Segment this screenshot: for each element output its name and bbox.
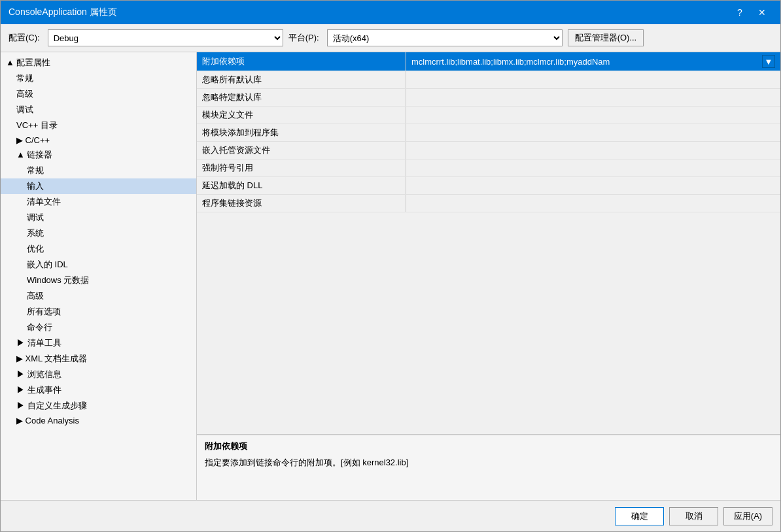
tree-item-advanced[interactable]: 高级 bbox=[1, 86, 196, 102]
property-row-add-to-assembly[interactable]: 将模块添加到程序集 bbox=[197, 124, 780, 142]
property-name-add-to-assembly: 将模块添加到程序集 bbox=[197, 124, 406, 141]
ok-button[interactable]: 确定 bbox=[615, 507, 664, 525]
description-text: 指定要添加到链接命令行的附加项。[例如 kernel32.lib] bbox=[205, 456, 772, 469]
tree-item-linker-adv[interactable]: 高级 bbox=[1, 288, 196, 304]
property-row-assembly-link[interactable]: 程序集链接资源 bbox=[197, 195, 780, 212]
tree-item-custom-build[interactable]: ▶ 自定义生成步骤 bbox=[1, 398, 196, 414]
help-button[interactable]: ? bbox=[729, 3, 750, 22]
tree-item-browse-info[interactable]: ▶ 浏览信息 bbox=[1, 367, 196, 382]
tree-item-general[interactable]: 常规 bbox=[1, 71, 196, 86]
tree-item-linker-manifest[interactable]: 清单文件 bbox=[1, 194, 196, 210]
platform-select[interactable]: 活动(x64) bbox=[327, 29, 563, 46]
config-label: 配置(C): bbox=[9, 32, 40, 44]
cancel-button[interactable]: 取消 bbox=[669, 507, 718, 525]
tree-item-manifest-tools[interactable]: ▶ 清单工具 bbox=[1, 335, 196, 351]
property-name-ignore-all-defaults: 忽略所有默认库 bbox=[197, 71, 406, 88]
property-row-delay-load[interactable]: 延迟加载的 DLL bbox=[197, 177, 780, 195]
tree-item-linker-cmdline[interactable]: 命令行 bbox=[1, 320, 196, 335]
apply-button[interactable]: 应用(A) bbox=[723, 507, 772, 525]
property-name-module-def: 模块定义文件 bbox=[197, 107, 406, 124]
property-name-add-deps: 附加依赖项 bbox=[197, 52, 406, 71]
property-row-ignore-specific[interactable]: 忽略特定默认库 bbox=[197, 89, 780, 107]
description-title: 附加依赖项 bbox=[205, 441, 772, 452]
selected-property-value-text: mclmcrrt.lib;libmat.lib;libmx.lib;mclmcr… bbox=[411, 57, 610, 67]
property-value-ignore-all-defaults bbox=[406, 71, 780, 88]
platform-label: 平台(P): bbox=[288, 32, 319, 44]
tree-item-linker-debug[interactable]: 调试 bbox=[1, 210, 196, 225]
property-row-embed-managed[interactable]: 嵌入托管资源文件 bbox=[197, 142, 780, 159]
config-manager-button[interactable]: 配置管理器(O)... bbox=[568, 29, 644, 46]
tree-item-root[interactable]: ▲ 配置属性 bbox=[1, 55, 196, 71]
tree-item-linker-win-meta[interactable]: Windows 元数据 bbox=[1, 273, 196, 288]
property-value-module-def bbox=[406, 107, 780, 124]
property-value-ignore-specific bbox=[406, 89, 780, 106]
tree-item-linker-input[interactable]: 输入 bbox=[1, 178, 196, 194]
dialog-title: ConsoleApplication 属性页 bbox=[9, 7, 729, 18]
property-name-ignore-specific: 忽略特定默认库 bbox=[197, 89, 406, 106]
property-name-force-sym-ref: 强制符号引用 bbox=[197, 159, 406, 176]
bottom-bar: 确定 取消 应用(A) bbox=[1, 500, 780, 531]
description-panel: 附加依赖项 指定要添加到链接命令行的附加项。[例如 kernel32.lib] bbox=[197, 435, 780, 500]
title-controls: ? ✕ bbox=[729, 3, 772, 22]
property-row-module-def[interactable]: 模块定义文件 bbox=[197, 107, 780, 124]
tree-item-linker-opt[interactable]: 优化 bbox=[1, 241, 196, 257]
tree-item-xml-gen[interactable]: ▶ XML 文档生成器 bbox=[1, 351, 196, 367]
title-bar: ConsoleApplication 属性页 ? ✕ bbox=[1, 1, 780, 24]
tree-item-linker-idl[interactable]: 嵌入的 IDL bbox=[1, 257, 196, 273]
property-table: 附加依赖项mclmcrrt.lib;libmat.lib;libmx.lib;m… bbox=[197, 52, 780, 435]
left-panel: ▲ 配置属性常规高级调试VC++ 目录▶ C/C++▲ 链接器常规输入清单文件调… bbox=[1, 52, 197, 500]
tree-item-debug[interactable]: 调试 bbox=[1, 102, 196, 118]
tree-item-linker[interactable]: ▲ 链接器 bbox=[1, 147, 196, 163]
property-name-embed-managed: 嵌入托管资源文件 bbox=[197, 142, 406, 159]
close-button[interactable]: ✕ bbox=[752, 3, 772, 22]
property-value-add-to-assembly bbox=[406, 124, 780, 141]
tree-item-linker-general[interactable]: 常规 bbox=[1, 163, 196, 178]
tree-item-code-analysis[interactable]: ▶ Code Analysis bbox=[1, 414, 196, 427]
tree-item-vcdir[interactable]: VC++ 目录 bbox=[1, 118, 196, 133]
property-name-delay-load: 延迟加载的 DLL bbox=[197, 177, 406, 194]
property-name-assembly-link: 程序集链接资源 bbox=[197, 195, 406, 212]
config-select[interactable]: Debug bbox=[48, 29, 283, 46]
tree-item-linker-all[interactable]: 所有选项 bbox=[1, 304, 196, 320]
toolbar: 配置(C): Debug 平台(P): 活动(x64) 配置管理器(O)... bbox=[1, 24, 780, 52]
property-value-force-sym-ref bbox=[406, 159, 780, 176]
tree-item-linker-system[interactable]: 系统 bbox=[1, 225, 196, 241]
property-value-assembly-link bbox=[406, 195, 780, 212]
right-panel: 附加依赖项mclmcrrt.lib;libmat.lib;libmx.lib;m… bbox=[197, 52, 780, 500]
tree-item-build-events[interactable]: ▶ 生成事件 bbox=[1, 382, 196, 398]
main-content: ▲ 配置属性常规高级调试VC++ 目录▶ C/C++▲ 链接器常规输入清单文件调… bbox=[1, 52, 780, 500]
property-row-ignore-all-defaults[interactable]: 忽略所有默认库 bbox=[197, 71, 780, 89]
property-value-delay-load bbox=[406, 177, 780, 194]
property-row-force-sym-ref[interactable]: 强制符号引用 bbox=[197, 159, 780, 177]
tree-item-cpp[interactable]: ▶ C/C++ bbox=[1, 133, 196, 147]
properties-dialog: ConsoleApplication 属性页 ? ✕ 配置(C): Debug … bbox=[0, 0, 781, 532]
property-row-add-deps[interactable]: 附加依赖项mclmcrrt.lib;libmat.lib;libmx.lib;m… bbox=[197, 52, 780, 71]
property-value-add-deps: mclmcrrt.lib;libmat.lib;libmx.lib;mclmcr… bbox=[406, 52, 780, 71]
property-dropdown-arrow[interactable]: ▼ bbox=[762, 55, 775, 68]
property-value-embed-managed bbox=[406, 142, 780, 159]
